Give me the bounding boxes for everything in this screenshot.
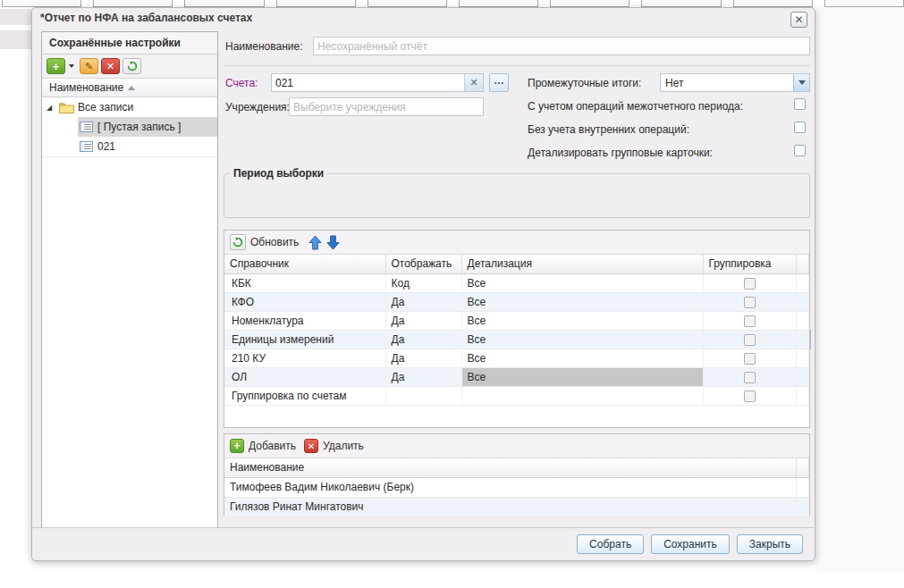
- tree-node-all-records[interactable]: ◢ Все записи: [42, 97, 217, 117]
- tree-node-021[interactable]: 021: [42, 137, 217, 156]
- people-grid-toolbar: + Добавить ✕ Удалить: [224, 434, 809, 458]
- table-row[interactable]: Единицы измерений Да Все: [224, 330, 809, 349]
- background-button[interactable]: [276, 0, 356, 7]
- report-settings-dialog: *Отчет по НФА на забалансовых счетах ✕ С…: [31, 7, 815, 561]
- exclude-internal-operations-checkbox[interactable]: [794, 122, 806, 133]
- desktop-background: *Отчет по НФА на забалансовых счетах ✕ С…: [0, 0, 904, 588]
- period-legend: Период выборки: [230, 167, 327, 180]
- grouping-checkbox[interactable]: [744, 297, 756, 308]
- tree-node-empty-record[interactable]: [ Пустая запись ]: [42, 117, 217, 137]
- column-header: [796, 255, 809, 273]
- people-grid: Наименование Тимофеев Вадим Николаевич (…: [224, 458, 809, 517]
- report-item-icon: [80, 122, 93, 132]
- accounts-input[interactable]: [271, 73, 464, 92]
- grouping-checkbox[interactable]: [744, 278, 756, 290]
- add-icon[interactable]: +: [46, 58, 65, 74]
- report-form: Наименование: Счета: ✕ … Учреждения: Про…: [224, 31, 810, 528]
- option-label: С учетом операций межотчетного периода:: [528, 100, 743, 113]
- background-button-row: [0, 0, 904, 7]
- details-grid: Справочник Отображать Детализация Группи…: [224, 255, 809, 406]
- grouping-checkbox[interactable]: [744, 391, 756, 402]
- delete-icon[interactable]: ✕: [304, 439, 318, 453]
- accounts-lookup-button[interactable]: …: [489, 73, 509, 92]
- move-down-icon[interactable]: [326, 235, 340, 250]
- add-dropdown-icon[interactable]: [69, 64, 74, 68]
- grouping-checkbox[interactable]: [744, 315, 756, 327]
- list-item[interactable]: Тимофеев Вадим Николаевич (Берк): [224, 477, 809, 497]
- interperiod-operations-checkbox[interactable]: [794, 98, 806, 110]
- detail-group-cards-checkbox[interactable]: [794, 145, 806, 156]
- column-header[interactable]: Справочник: [224, 255, 385, 273]
- close-icon[interactable]: ✕: [790, 12, 807, 28]
- grouping-checkbox[interactable]: [744, 353, 756, 365]
- table-row[interactable]: КФО Да Все: [224, 292, 809, 311]
- period-fieldset: Период выборки Дата с: Дата по:: [224, 167, 810, 218]
- report-item-icon: [80, 141, 93, 152]
- subtotals-label: Промежуточные итоги:: [528, 77, 641, 89]
- delete-icon[interactable]: ✕: [101, 58, 120, 74]
- option-label: Детализировать групповые карточки:: [528, 147, 713, 159]
- column-header[interactable]: Отображать: [385, 255, 461, 273]
- subtotals-select[interactable]: Нет: [660, 73, 810, 92]
- grouping-checkbox[interactable]: [744, 372, 756, 383]
- selected-cell[interactable]: Все: [461, 367, 703, 386]
- refresh-button[interactable]: Обновить: [250, 236, 299, 248]
- edit-icon[interactable]: ✎: [80, 58, 98, 74]
- move-up-icon[interactable]: [308, 235, 322, 250]
- refresh-icon[interactable]: [230, 234, 246, 250]
- saved-settings-toolbar: + ✎ ✕: [42, 55, 217, 79]
- table-row[interactable]: Группировка по счетам: [224, 386, 809, 405]
- table-row[interactable]: 210 КУ Да Все: [224, 349, 809, 367]
- column-header[interactable]: Детализация: [461, 255, 703, 273]
- background-button[interactable]: [368, 0, 447, 7]
- save-button[interactable]: Сохранить: [651, 534, 730, 554]
- refresh-icon[interactable]: [123, 58, 141, 74]
- details-grid-panel: Обновить Справочник Отображать Детализац…: [224, 230, 810, 428]
- saved-settings-tree: ◢ Все записи [ Пустая запись ] 021: [42, 97, 217, 157]
- dialog-footer: Собрать Сохранить Закрыть: [32, 527, 815, 560]
- sort-ascending-icon: [128, 86, 135, 90]
- details-grid-toolbar: Обновить: [224, 231, 809, 255]
- divider: [224, 65, 810, 66]
- list-item[interactable]: Гилязов Ринат Мингатович: [224, 497, 809, 517]
- option-label: Без учета внутренних операций:: [528, 123, 689, 136]
- table-row[interactable]: КБК Код Все: [224, 273, 809, 292]
- table-row[interactable]: Номенклатура Да Все: [224, 311, 809, 330]
- background-bar: [0, 9, 31, 25]
- expand-caret-icon[interactable]: ◢: [46, 104, 55, 112]
- dialog-titlebar[interactable]: *Отчет по НФА на забалансовых счетах ✕: [32, 8, 815, 29]
- delete-button[interactable]: Удалить: [323, 440, 364, 452]
- grouping-checkbox[interactable]: [744, 334, 756, 346]
- close-button[interactable]: Закрыть: [737, 534, 803, 554]
- background-button[interactable]: [550, 0, 629, 7]
- accounts-label: Счета:: [225, 77, 258, 89]
- background-button[interactable]: [2, 0, 81, 7]
- background-button[interactable]: [184, 0, 264, 7]
- background-button[interactable]: [641, 0, 721, 7]
- saved-settings-panel: Сохранённые настройки + ✎ ✕ Наименование…: [41, 31, 218, 528]
- accounts-field: ✕: [271, 73, 484, 92]
- build-button[interactable]: Собрать: [577, 534, 644, 554]
- background-button[interactable]: [459, 0, 538, 7]
- background-button[interactable]: [93, 0, 173, 7]
- institutions-label: Учреждения:: [225, 101, 290, 113]
- people-grid-panel: + Добавить ✕ Удалить Наименование Тимофе…: [224, 433, 810, 516]
- background-area: [815, 7, 904, 572]
- background-button[interactable]: [824, 0, 904, 7]
- tree-column-header[interactable]: Наименование: [42, 79, 217, 97]
- add-button[interactable]: Добавить: [249, 440, 296, 452]
- column-header[interactable]: Группировка: [703, 255, 796, 273]
- folder-icon: [59, 102, 74, 113]
- saved-settings-header: Сохранённые настройки: [42, 32, 217, 55]
- report-name-input[interactable]: [313, 37, 810, 55]
- add-icon[interactable]: +: [230, 439, 244, 453]
- background-bar: [0, 30, 31, 49]
- column-header[interactable]: Наименование: [224, 458, 797, 477]
- dialog-title: *Отчет по НФА на забалансовых счетах: [40, 12, 252, 24]
- clear-icon[interactable]: ✕: [464, 73, 484, 92]
- table-row[interactable]: ОЛ Да Все: [224, 367, 809, 386]
- background-button[interactable]: [733, 0, 813, 7]
- name-label: Наименование:: [225, 40, 303, 53]
- chevron-down-icon[interactable]: [793, 74, 809, 91]
- institutions-input[interactable]: [289, 97, 484, 116]
